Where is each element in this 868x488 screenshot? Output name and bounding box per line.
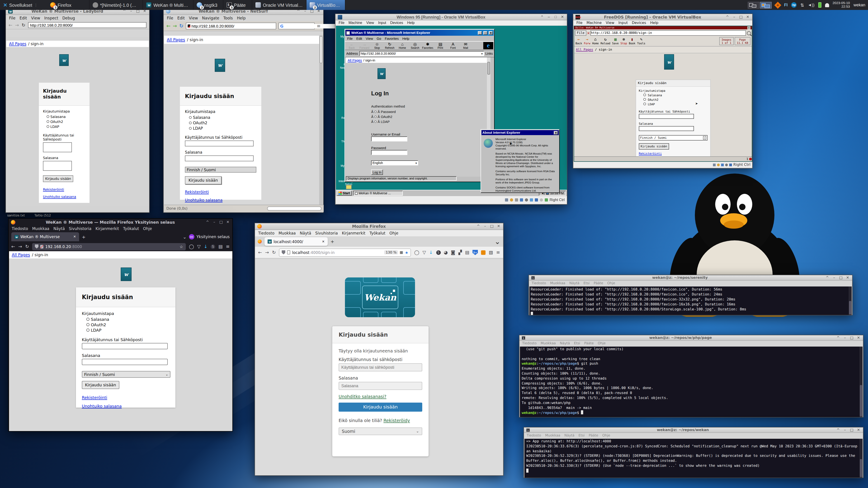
menu-etsi[interactable]: Etsi [574, 341, 580, 345]
close-button[interactable]: ✕ [496, 224, 501, 229]
tray-alert-icon[interactable]: ✕ [774, 1, 781, 8]
breadcrumb-all-pages-link[interactable]: All Pages [12, 253, 30, 257]
dillo-save-button[interactable]: ▦Save [612, 37, 619, 45]
register-link[interactable]: Rekisteröinti [43, 188, 64, 192]
maximize-button[interactable]: □ [490, 224, 494, 229]
radio-oauth2[interactable] [86, 323, 90, 326]
menu-etsi[interactable]: Etsi [579, 433, 585, 437]
signin-button[interactable]: Kirjaudu sisään [339, 402, 422, 412]
menu-muokkaa[interactable]: Muokkaa [32, 226, 49, 231]
password-input[interactable] [639, 126, 694, 131]
close-button[interactable]: ✕ [225, 220, 230, 224]
dillo-url-input[interactable] [591, 30, 746, 36]
menu-file[interactable]: File [339, 21, 344, 25]
menu-tiedosto[interactable]: Tiedosto [258, 231, 274, 235]
signin-button[interactable]: Kirjaudu sisään [82, 381, 119, 389]
shield-icon[interactable] [35, 245, 38, 249]
menu-nayta[interactable]: Näytä [300, 231, 311, 235]
taskbar-item-wekan[interactable]: w WeKan ® Multiverse - L... [143, 0, 194, 10]
account-icon[interactable]: ◯ [189, 244, 194, 249]
login-button[interactable]: Log In [371, 169, 383, 175]
reload-icon[interactable]: ↻ [22, 23, 26, 28]
menu-kirjanmerkit[interactable]: Kirjanmerkit [342, 231, 365, 235]
menu-input[interactable]: Input [378, 21, 386, 25]
menu-view[interactable]: View [189, 16, 198, 20]
menu-help[interactable]: Help [402, 37, 409, 41]
workspace-pager[interactable] [748, 2, 772, 8]
forward-icon[interactable]: → [15, 23, 19, 28]
radio-oauth2[interactable] [374, 116, 377, 118]
tab-close-icon[interactable]: ✕ [73, 235, 76, 238]
username-input[interactable] [371, 136, 407, 141]
page-list-icon[interactable]: ≡ [317, 24, 320, 29]
menu-file[interactable]: File [347, 37, 352, 41]
maximize-button[interactable]: □ [839, 275, 843, 280]
menu-go[interactable]: Go [377, 37, 381, 41]
volume-tray-icon[interactable]: ◄)) [808, 3, 814, 7]
desktop-file-sanitize[interactable]: sanitize.txt [7, 214, 25, 217]
menu-debug[interactable]: Debug [62, 16, 75, 20]
taskbar-item-gimp[interactable]: *[Nimetön]-1.0 (RGB-vä... [90, 0, 143, 10]
start-button[interactable]: Start [337, 191, 352, 196]
vbox-titlebar[interactable]: Windows 95 [Running] - Oracle VM Virtual… [336, 14, 567, 20]
ie-forward-button[interactable]: →Forward [359, 42, 370, 49]
ie-favorites-button[interactable]: ✱Favorites [422, 42, 434, 49]
extension-s-icon[interactable]: S [211, 244, 215, 249]
close-button[interactable]: ✕ [560, 15, 565, 19]
password-input[interactable] [371, 150, 407, 155]
tab-list-dropdown-icon[interactable]: ⌄ [183, 234, 186, 239]
notification-bell-icon[interactable] [825, 3, 829, 7]
dillo-home-button[interactable]: ⌂Home [592, 37, 599, 45]
taskbar-item-nsgtk3[interactable]: nsgtk3 2 [194, 0, 223, 10]
dillo-back-button[interactable]: ←Back [576, 37, 582, 45]
menu-ohje[interactable]: Ohje [607, 281, 615, 285]
radio-ldap[interactable] [46, 125, 49, 128]
reload-icon[interactable]: ↻ [25, 244, 29, 249]
menu-edit[interactable]: Edit [356, 37, 362, 41]
page-info-icon[interactable] [287, 250, 290, 254]
radio-oauth2[interactable] [189, 122, 192, 124]
ie-home-button[interactable]: ⌂Home [397, 42, 408, 49]
menu-edit[interactable]: Edit [20, 16, 27, 20]
menu-help[interactable]: Help [407, 21, 414, 25]
menu-tyokalut[interactable]: Työkalut [123, 226, 139, 231]
keyboard-layout-indicator[interactable]: FI [784, 3, 788, 7]
username-input[interactable] [82, 343, 168, 349]
menu-view[interactable]: View [606, 21, 614, 25]
adblock-shield-icon[interactable]: 9+ [472, 250, 478, 255]
app-menu-icon[interactable]: ≡ [226, 244, 230, 249]
minimize-button[interactable]: – [843, 428, 847, 432]
language-select[interactable]: Finnish / Suomi▾ [639, 135, 708, 140]
menu-paate[interactable]: Pääte [594, 281, 603, 285]
vertical-scrollbar[interactable] [319, 35, 323, 205]
menu-etsi[interactable]: Etsi [583, 281, 590, 285]
url-bar[interactable]: 192.168.0.20:8000 ☆ [32, 243, 186, 250]
browser-tab[interactable]: w WeKan ® Multiverse ✕ [11, 232, 79, 241]
breadcrumb-all-pages-link[interactable]: All Pages [348, 58, 362, 62]
language-select[interactable]: Suomi ⌄ [339, 427, 422, 435]
minimize-button[interactable]: – [483, 224, 487, 229]
forward-icon[interactable]: → [173, 23, 177, 29]
insecure-padlock-icon[interactable] [40, 245, 43, 248]
titlebar[interactable]: $ wekan@z: ~/repos/wekan ^ – □ ✕ [524, 427, 863, 433]
ie-font-button[interactable]: AFont [447, 42, 459, 49]
tab-close-icon[interactable]: ✕ [322, 240, 324, 243]
dillo-file-button[interactable]: File [575, 30, 586, 36]
forward-icon[interactable]: → [18, 244, 22, 249]
menu-ohje[interactable]: Ohje [390, 231, 398, 235]
radio-password[interactable] [374, 111, 377, 113]
account-icon[interactable]: ◯ [414, 250, 419, 255]
extension-orange-icon[interactable] [481, 250, 486, 255]
menu-nayta[interactable]: Näytä [560, 341, 570, 345]
forgot-password-link[interactable]: Unohtuiko salasana [185, 198, 223, 202]
url-input[interactable] [28, 22, 147, 28]
vertical-scrollbar[interactable] [848, 287, 852, 315]
username-input[interactable] [639, 114, 694, 119]
menu-navigate[interactable]: Navigate [202, 16, 219, 20]
forgot-password-link[interactable]: Unohtuiko salasana [82, 404, 122, 409]
extension-ud-icon[interactable]: ◙ [451, 250, 455, 255]
shade-button[interactable]: ^ [476, 224, 480, 229]
username-input[interactable] [339, 363, 422, 371]
shade-button[interactable]: ^ [825, 275, 830, 280]
menu-muokkaa[interactable]: Muokkaa [541, 341, 556, 345]
